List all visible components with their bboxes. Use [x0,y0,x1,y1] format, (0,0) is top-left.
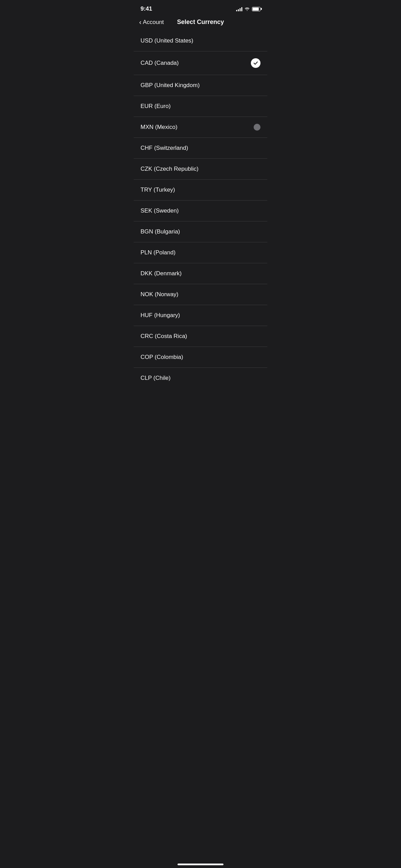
status-bar: 9:41 [134,0,267,15]
currency-label-nok: NOK (Norway) [141,291,179,298]
currency-item-bgn[interactable]: BGN (Bulgaria) [134,221,267,242]
currency-item-huf[interactable]: HUF (Hungary) [134,305,267,326]
currency-label-clp: CLP (Chile) [141,375,171,382]
page-title: Select Currency [177,19,224,26]
currency-label-czk: CZK (Czech Republic) [141,166,198,172]
currency-item-cop[interactable]: COP (Colombia) [134,347,267,368]
currency-item-try[interactable]: TRY (Turkey) [134,180,267,201]
battery-icon [252,7,260,11]
signal-icon [236,7,242,11]
currency-item-cad[interactable]: CAD (Canada) [134,51,267,75]
currency-label-cop: COP (Colombia) [141,354,183,361]
currency-item-nok[interactable]: NOK (Norway) [134,284,267,305]
currency-item-usd[interactable]: USD (United States) [134,31,267,51]
press-ripple-indicator [254,124,260,131]
currency-label-crc: CRC (Costa Rica) [141,333,187,340]
currency-list: USD (United States)CAD (Canada) GBP (Uni… [134,31,267,388]
nav-bar: ‹ Account Select Currency [134,15,267,31]
currency-label-pln: PLN (Poland) [141,249,175,256]
currency-item-dkk[interactable]: DKK (Denmark) [134,263,267,284]
currency-item-chf[interactable]: CHF (Switzerland) [134,138,267,159]
currency-label-eur: EUR (Euro) [141,103,171,110]
status-icons [236,7,260,11]
status-time: 9:41 [141,5,152,12]
currency-label-bgn: BGN (Bulgaria) [141,228,180,235]
currency-label-try: TRY (Turkey) [141,186,175,193]
currency-label-chf: CHF (Switzerland) [141,145,188,152]
back-label: Account [143,19,164,26]
currency-item-crc[interactable]: CRC (Costa Rica) [134,326,267,347]
currency-item-gbp[interactable]: GBP (United Kingdom) [134,75,267,96]
back-button[interactable]: ‹ Account [139,19,164,26]
currency-label-mxn: MXN (Mexico) [141,124,178,131]
wifi-icon [244,7,250,11]
currency-label-usd: USD (United States) [141,37,193,44]
currency-label-huf: HUF (Hungary) [141,312,180,319]
selected-checkmark-icon [251,58,260,68]
currency-label-dkk: DKK (Denmark) [141,270,182,277]
currency-label-cad: CAD (Canada) [141,60,179,67]
currency-item-czk[interactable]: CZK (Czech Republic) [134,159,267,180]
currency-label-sek: SEK (Sweden) [141,207,179,214]
currency-item-clp[interactable]: CLP (Chile) [134,368,267,388]
currency-item-sek[interactable]: SEK (Sweden) [134,201,267,221]
currency-item-mxn[interactable]: MXN (Mexico) [134,117,267,138]
chevron-left-icon: ‹ [139,19,142,25]
currency-label-gbp: GBP (United Kingdom) [141,82,200,89]
currency-item-eur[interactable]: EUR (Euro) [134,96,267,117]
currency-item-pln[interactable]: PLN (Poland) [134,242,267,263]
